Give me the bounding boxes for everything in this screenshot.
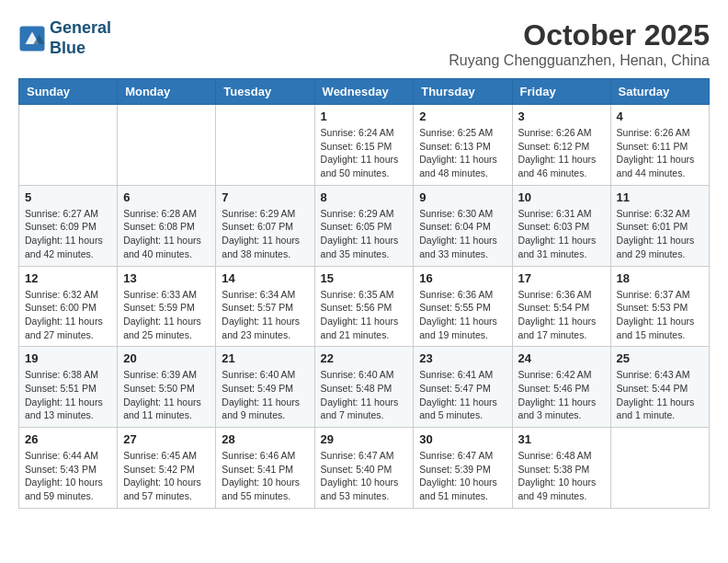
- day-number: 26: [25, 432, 111, 446]
- day-info: Sunrise: 6:29 AM Sunset: 6:05 PM Dayligh…: [321, 207, 408, 261]
- day-number: 21: [222, 351, 308, 365]
- weekday-header-sunday: Sunday: [19, 79, 118, 105]
- calendar-table: SundayMondayTuesdayWednesdayThursdayFrid…: [18, 78, 710, 509]
- day-info: Sunrise: 6:45 AM Sunset: 5:42 PM Dayligh…: [123, 449, 210, 503]
- day-number: 6: [123, 190, 210, 204]
- day-number: 25: [617, 351, 703, 365]
- day-number: 22: [321, 351, 408, 365]
- calendar-cell: 6Sunrise: 6:28 AM Sunset: 6:08 PM Daylig…: [118, 185, 216, 266]
- logo-line1: General: [50, 18, 111, 39]
- calendar-cell: 20Sunrise: 6:39 AM Sunset: 5:50 PM Dayli…: [118, 347, 216, 428]
- calendar-cell: 31Sunrise: 6:48 AM Sunset: 5:38 PM Dayli…: [512, 428, 610, 509]
- calendar-week-2: 5Sunrise: 6:27 AM Sunset: 6:09 PM Daylig…: [19, 185, 710, 266]
- calendar-cell: 21Sunrise: 6:40 AM Sunset: 5:49 PM Dayli…: [216, 347, 314, 428]
- calendar-cell: 1Sunrise: 6:24 AM Sunset: 6:15 PM Daylig…: [314, 105, 414, 186]
- calendar-cell: 25Sunrise: 6:43 AM Sunset: 5:44 PM Dayli…: [610, 347, 709, 428]
- calendar-cell: 7Sunrise: 6:29 AM Sunset: 6:07 PM Daylig…: [216, 185, 314, 266]
- weekday-header-tuesday: Tuesday: [216, 79, 314, 105]
- day-number: 11: [617, 190, 703, 204]
- calendar-cell: [19, 105, 118, 186]
- day-info: Sunrise: 6:40 AM Sunset: 5:49 PM Dayligh…: [222, 368, 308, 422]
- calendar-cell: 24Sunrise: 6:42 AM Sunset: 5:46 PM Dayli…: [512, 347, 610, 428]
- day-number: 5: [25, 190, 111, 204]
- day-number: 17: [518, 271, 605, 285]
- day-info: Sunrise: 6:31 AM Sunset: 6:03 PM Dayligh…: [518, 207, 605, 261]
- day-number: 10: [518, 190, 605, 204]
- day-info: Sunrise: 6:29 AM Sunset: 6:07 PM Dayligh…: [222, 207, 308, 261]
- day-info: Sunrise: 6:47 AM Sunset: 5:39 PM Dayligh…: [419, 449, 506, 503]
- logo-line2: Blue: [50, 39, 111, 59]
- day-info: Sunrise: 6:46 AM Sunset: 5:41 PM Dayligh…: [222, 449, 308, 503]
- day-number: 27: [123, 432, 210, 446]
- day-info: Sunrise: 6:30 AM Sunset: 6:04 PM Dayligh…: [419, 207, 506, 261]
- day-number: 15: [321, 271, 408, 285]
- calendar-cell: 19Sunrise: 6:38 AM Sunset: 5:51 PM Dayli…: [19, 347, 118, 428]
- calendar-cell: 4Sunrise: 6:26 AM Sunset: 6:11 PM Daylig…: [610, 105, 709, 186]
- day-info: Sunrise: 6:26 AM Sunset: 6:12 PM Dayligh…: [518, 126, 605, 180]
- calendar-cell: 10Sunrise: 6:31 AM Sunset: 6:03 PM Dayli…: [512, 185, 610, 266]
- day-number: 3: [518, 109, 605, 123]
- calendar-cell: 14Sunrise: 6:34 AM Sunset: 5:57 PM Dayli…: [216, 266, 314, 347]
- logo: General Blue: [18, 18, 111, 58]
- day-number: 1: [321, 109, 408, 123]
- calendar-cell: 15Sunrise: 6:35 AM Sunset: 5:56 PM Dayli…: [314, 266, 414, 347]
- weekday-header-wednesday: Wednesday: [314, 79, 414, 105]
- calendar-cell: 13Sunrise: 6:33 AM Sunset: 5:59 PM Dayli…: [118, 266, 216, 347]
- day-info: Sunrise: 6:24 AM Sunset: 6:15 PM Dayligh…: [321, 126, 408, 180]
- calendar-cell: 27Sunrise: 6:45 AM Sunset: 5:42 PM Dayli…: [118, 428, 216, 509]
- day-info: Sunrise: 6:47 AM Sunset: 5:40 PM Dayligh…: [321, 449, 408, 503]
- day-info: Sunrise: 6:40 AM Sunset: 5:48 PM Dayligh…: [321, 368, 408, 422]
- calendar-week-1: 1Sunrise: 6:24 AM Sunset: 6:15 PM Daylig…: [19, 105, 710, 186]
- day-number: 23: [419, 351, 506, 365]
- calendar-cell: 8Sunrise: 6:29 AM Sunset: 6:05 PM Daylig…: [314, 185, 414, 266]
- weekday-header-thursday: Thursday: [414, 79, 512, 105]
- day-number: 12: [25, 271, 111, 285]
- day-info: Sunrise: 6:28 AM Sunset: 6:08 PM Dayligh…: [123, 207, 210, 261]
- calendar-cell: 26Sunrise: 6:44 AM Sunset: 5:43 PM Dayli…: [19, 428, 118, 509]
- day-info: Sunrise: 6:42 AM Sunset: 5:46 PM Dayligh…: [518, 368, 605, 422]
- calendar-cell: [118, 105, 216, 186]
- day-number: 8: [321, 190, 408, 204]
- weekday-header-monday: Monday: [118, 79, 216, 105]
- day-number: 24: [518, 351, 605, 365]
- day-info: Sunrise: 6:39 AM Sunset: 5:50 PM Dayligh…: [123, 368, 210, 422]
- day-info: Sunrise: 6:32 AM Sunset: 6:01 PM Dayligh…: [617, 207, 703, 261]
- day-number: 30: [419, 432, 506, 446]
- calendar-cell: 29Sunrise: 6:47 AM Sunset: 5:40 PM Dayli…: [314, 428, 414, 509]
- day-info: Sunrise: 6:48 AM Sunset: 5:38 PM Dayligh…: [518, 449, 605, 503]
- calendar-cell: [610, 428, 709, 509]
- logo-icon: [18, 25, 46, 52]
- day-info: Sunrise: 6:33 AM Sunset: 5:59 PM Dayligh…: [123, 288, 210, 342]
- calendar-cell: 30Sunrise: 6:47 AM Sunset: 5:39 PM Dayli…: [414, 428, 512, 509]
- day-number: 7: [222, 190, 308, 204]
- day-number: 16: [419, 271, 506, 285]
- day-number: 31: [518, 432, 605, 446]
- day-number: 18: [617, 271, 703, 285]
- day-info: Sunrise: 6:32 AM Sunset: 6:00 PM Dayligh…: [25, 288, 111, 342]
- day-number: 19: [25, 351, 111, 365]
- calendar-cell: 2Sunrise: 6:25 AM Sunset: 6:13 PM Daylig…: [414, 105, 512, 186]
- calendar-week-4: 19Sunrise: 6:38 AM Sunset: 5:51 PM Dayli…: [19, 347, 710, 428]
- calendar-cell: 28Sunrise: 6:46 AM Sunset: 5:41 PM Dayli…: [216, 428, 314, 509]
- day-info: Sunrise: 6:37 AM Sunset: 5:53 PM Dayligh…: [617, 288, 703, 342]
- calendar-cell: 9Sunrise: 6:30 AM Sunset: 6:04 PM Daylig…: [414, 185, 512, 266]
- calendar-week-5: 26Sunrise: 6:44 AM Sunset: 5:43 PM Dayli…: [19, 428, 710, 509]
- day-info: Sunrise: 6:34 AM Sunset: 5:57 PM Dayligh…: [222, 288, 308, 342]
- calendar-cell: [216, 105, 314, 186]
- calendar-header-row: SundayMondayTuesdayWednesdayThursdayFrid…: [19, 79, 710, 105]
- calendar-cell: 11Sunrise: 6:32 AM Sunset: 6:01 PM Dayli…: [610, 185, 709, 266]
- day-number: 28: [222, 432, 308, 446]
- calendar-cell: 16Sunrise: 6:36 AM Sunset: 5:55 PM Dayli…: [414, 266, 512, 347]
- day-number: 4: [617, 109, 703, 123]
- weekday-header-friday: Friday: [512, 79, 610, 105]
- day-number: 2: [419, 109, 506, 123]
- day-info: Sunrise: 6:36 AM Sunset: 5:55 PM Dayligh…: [419, 288, 506, 342]
- day-number: 29: [321, 432, 408, 446]
- day-info: Sunrise: 6:41 AM Sunset: 5:47 PM Dayligh…: [419, 368, 506, 422]
- title-block: October 2025 Ruyang Chengguanzhen, Henan…: [449, 18, 710, 69]
- day-number: 13: [123, 271, 210, 285]
- day-info: Sunrise: 6:35 AM Sunset: 5:56 PM Dayligh…: [321, 288, 408, 342]
- calendar-cell: 12Sunrise: 6:32 AM Sunset: 6:00 PM Dayli…: [19, 266, 118, 347]
- calendar-week-3: 12Sunrise: 6:32 AM Sunset: 6:00 PM Dayli…: [19, 266, 710, 347]
- month-title: October 2025: [449, 18, 710, 52]
